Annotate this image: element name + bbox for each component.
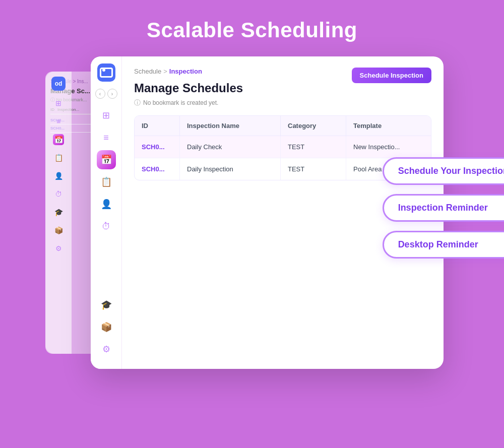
sidebar-icon-user[interactable]: 👤 (97, 195, 116, 214)
col-header-category: Category (281, 116, 346, 136)
nav-arrows: ‹ › (95, 89, 117, 99)
ghost-nav-icon-6: ⏱ (53, 188, 64, 200)
row-2-inspection-name: Daily Inspection (180, 158, 281, 180)
app-logo-icon (97, 63, 115, 82)
bookmark-notice: ⓘ No bookmark is created yet. (134, 98, 431, 107)
content-title: Manage Schedules (134, 81, 431, 95)
ghost-nav-icon-3-active: 📅 (53, 134, 64, 145)
sidebar-icon-calendar-active[interactable]: 📅 (97, 150, 116, 169)
main-card-wrapper: od ⊞ ≡ 📅 📋 👤 ⏱ 🎓 📦 ⚙ Schedule > Ins... M… (45, 56, 459, 389)
ghost-nav-icon-7: 🎓 (53, 207, 64, 218)
row-1-template: New Inspectio... (346, 136, 431, 158)
row-1-inspection-name: Daily Check (180, 136, 281, 158)
schedule-inspection-button[interactable]: Schedule Inspection (352, 68, 431, 83)
ghost-nav-icon-4: 📋 (53, 152, 64, 163)
row-1-id: SCH0... (135, 136, 180, 158)
sidebar-icon-clipboard[interactable]: 📋 (97, 172, 116, 191)
sidebar-icon-graduation[interactable]: 🎓 (97, 295, 116, 314)
info-icon: ⓘ (134, 98, 141, 107)
nav-back-arrow[interactable]: ‹ (95, 89, 105, 99)
page-title: Scalable Scheduling (147, 18, 357, 42)
ghost-nav-icon-2: ≡ (53, 116, 64, 127)
feature-badges: Schedule Your Inspection Inspection Remi… (383, 157, 504, 259)
sidebar-icon-grid[interactable]: ⊞ (97, 106, 116, 125)
sidebar-icon-settings[interactable]: ⚙ (97, 340, 116, 359)
col-header-template: Template (346, 116, 431, 136)
ghost-logo-icon: od (51, 77, 66, 91)
ghost-nav-icon-8: 📦 (53, 225, 64, 236)
bookmark-notice-text: No bookmark is created yet. (143, 99, 218, 106)
ghost-nav-icon-5: 👤 (53, 170, 64, 181)
breadcrumb-separator: > (163, 68, 167, 75)
breadcrumb-current: Inspection (169, 68, 202, 75)
ghost-nav-icon-9: ⚙ (53, 243, 64, 254)
table-header: ID Inspection Name Category Template (135, 116, 431, 136)
ghost-sidebar: od ⊞ ≡ 📅 📋 👤 ⏱ 🎓 📦 ⚙ (45, 72, 72, 354)
row-2-category: TEST (281, 158, 346, 180)
sidebar-icon-list[interactable]: ≡ (97, 128, 116, 147)
col-header-inspection-name: Inspection Name (180, 116, 281, 136)
col-header-id: ID (135, 116, 180, 136)
badge-inspection-reminder: Inspection Reminder (383, 194, 504, 222)
badge-desktop-reminder: Desktop Reminder (383, 231, 504, 259)
sidebar-icon-clock[interactable]: ⏱ (97, 217, 116, 236)
sidebar-icon-box[interactable]: 📦 (97, 317, 116, 337)
sidebar: ‹ › ⊞ ≡ 📅 📋 👤 ⏱ 🎓 📦 ⚙ (91, 56, 122, 369)
badge-schedule-inspection: Schedule Your Inspection (383, 157, 504, 185)
ghost-nav-icon-1: ⊞ (53, 98, 64, 109)
row-2-id: SCH0... (135, 158, 180, 180)
breadcrumb-parent[interactable]: Schedule (134, 68, 161, 75)
table-row[interactable]: SCH0... Daily Check TEST New Inspectio..… (135, 136, 431, 158)
row-1-category: TEST (281, 136, 346, 158)
nav-forward-arrow[interactable]: › (107, 89, 117, 99)
